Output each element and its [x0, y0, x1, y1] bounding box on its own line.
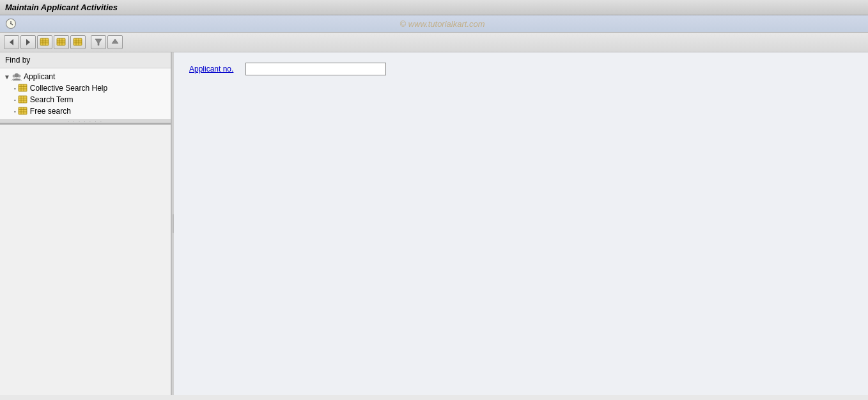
svg-rect-31: [19, 96, 27, 103]
applicant-no-label[interactable]: Applicant no.: [189, 65, 240, 73]
tree-node-collective-search[interactable]: • Collective Search Help: [0, 82, 171, 94]
tree-bullet-3: •: [14, 109, 16, 114]
search-term-icon: [18, 95, 28, 104]
clock-icon: [5, 18, 17, 29]
svg-rect-6: [40, 38, 49, 45]
collective-search-icon: [18, 84, 28, 93]
filter-icon: [94, 38, 103, 47]
tree-node-collective-search-label: Collective Search Help: [30, 84, 107, 93]
tree-bullet-1: •: [14, 86, 16, 91]
watermark-text: © www.tutorialkart.com: [22, 19, 863, 29]
watermark-bar: © www.tutorialkart.com: [0, 15, 868, 33]
prev-page-button[interactable]: [54, 35, 69, 49]
next-page-button[interactable]: [70, 35, 86, 49]
svg-rect-36: [19, 107, 27, 114]
forward-button[interactable]: [20, 35, 36, 49]
tree-area: ▼ Applicant •: [0, 68, 171, 119]
right-panel: Applicant no.: [174, 52, 868, 395]
tree-node-applicant-label: Applicant: [24, 72, 55, 81]
title-bar: Maintain Applicant Activities: [0, 0, 868, 15]
back-arrow-icon: [7, 38, 16, 47]
main-layout: Find by ▼ Applicant •: [0, 52, 868, 395]
forward-arrow-icon: [24, 38, 33, 47]
svg-marker-21: [95, 39, 102, 45]
lower-pane: [0, 123, 171, 328]
first-page-button[interactable]: [37, 35, 52, 49]
svg-marker-5: [26, 39, 30, 45]
svg-rect-11: [57, 38, 65, 45]
svg-rect-16: [74, 38, 82, 45]
grid-icon-3: [73, 38, 83, 47]
left-panel: Find by ▼ Applicant •: [0, 52, 171, 395]
grid-icon-1: [40, 38, 50, 47]
toolbar: [0, 33, 868, 52]
tree-node-search-term-label: Search Term: [30, 95, 74, 104]
svg-marker-22: [112, 39, 118, 43]
sort-icon: [111, 38, 120, 47]
tree-bullet-2: •: [14, 97, 16, 103]
free-search-icon: [18, 107, 28, 116]
tree-node-free-search-label: Free search: [30, 107, 71, 116]
tree-toggle-applicant: ▼: [4, 73, 10, 81]
svg-point-25: [18, 75, 20, 77]
back-button[interactable]: [4, 35, 19, 49]
grid-icon-2: [56, 38, 66, 47]
svg-point-24: [13, 75, 15, 77]
filter-button[interactable]: [91, 35, 106, 49]
tree-node-search-term[interactable]: • Search Term: [0, 94, 171, 105]
find-by-label: Find by: [0, 52, 171, 68]
tree-node-applicant[interactable]: ▼ Applicant: [0, 71, 171, 82]
tree-node-free-search[interactable]: • Free search: [0, 105, 171, 117]
svg-rect-26: [19, 84, 27, 91]
page-title: Maintain Applicant Activities: [5, 3, 118, 12]
applicant-group-icon: [12, 72, 22, 81]
applicant-no-input[interactable]: [245, 63, 386, 75]
svg-marker-4: [10, 39, 13, 45]
applicant-no-row: Applicant no.: [189, 63, 853, 75]
svg-point-3: [10, 23, 12, 24]
sort-button[interactable]: [107, 35, 123, 49]
